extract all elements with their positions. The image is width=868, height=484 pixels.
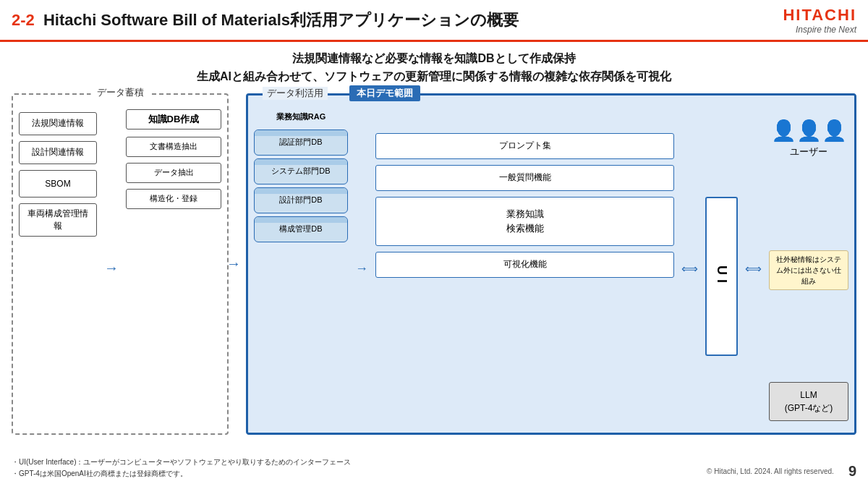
left-inner: 法規関連情報 設計関連情報 SBOM 車両構成管理情報 → 知識DB作成 文書構… <box>19 109 221 428</box>
user-label: ユーザー <box>790 145 827 158</box>
subtitle-line2: 生成AIと組み合わせて、ソフトウェアの更新管理に関係する情報の複雑な依存関係を可… <box>14 67 854 86</box>
arrow-to-ui: ⟺ <box>678 111 701 427</box>
title-text: Hitachi Software Bill of Materials利活用アプリ… <box>39 11 519 29</box>
input-item-0: 法規関連情報 <box>19 112 97 135</box>
step-0: 文書構造抽出 <box>126 137 221 157</box>
user-group: 👤 👤 👤 ユーザー <box>771 119 847 158</box>
func-1: 一般質問機能 <box>375 165 674 191</box>
header: 2-2 Hitachi Software Bill of Materials利活… <box>0 0 868 42</box>
footer-note-0: ・UI(User Interface)：ユーザーがコンピューターやソフトウェアと… <box>12 457 351 468</box>
knowledge-db-title: 知識DB作成 <box>126 109 221 130</box>
page-title: 2-2 Hitachi Software Bill of Materials利活… <box>12 9 783 31</box>
user-icon-2: 👤 <box>796 119 822 143</box>
footer-notes: ・UI(User Interface)：ユーザーがコンピューターやソフトウェアと… <box>12 457 351 480</box>
ui-box: UI <box>705 197 738 356</box>
data-utilization-box: データ利活用 本日デモ範囲 業務知識RAG 認証部門DB システム部門DB 設計… <box>246 93 856 435</box>
input-item-3: 車両構成管理情報 <box>19 203 97 237</box>
input-items-column: 法規関連情報 設計関連情報 SBOM 車両構成管理情報 <box>19 109 97 428</box>
knowledge-db-creation: 知識DB作成 文書構造抽出 データ抽出 構造化・登録 <box>126 109 221 428</box>
copyright: © Hitachi, Ltd. 2024. All rights reserve… <box>707 467 834 475</box>
page-number: 9 <box>848 463 856 480</box>
func-0: プロンプト集 <box>375 133 674 159</box>
user-icon-3: 👤 <box>822 119 847 143</box>
footer-note-1: ・GPT-4は米国OpenAI社の商標または登録商標です。 <box>12 468 351 480</box>
brand-name: HITACHI <box>783 6 856 25</box>
brand-tagline: Inspire the Next <box>783 25 856 35</box>
func-2: 業務知識検索機能 <box>375 197 674 246</box>
arrow-to-knowledge: → <box>103 109 120 428</box>
right-side: 👤 👤 👤 ユーザー 社外秘情報はシステム外には出さない仕組み LLM(GPT-… <box>769 111 848 427</box>
db-item-1: システム部門DB <box>254 158 348 184</box>
step-2: 構造化・登録 <box>126 189 221 209</box>
rag-label: 業務知識RAG <box>254 111 348 122</box>
data-accumulation-box: データ蓄積 法規関連情報 設計関連情報 SBOM 車両構成管理情報 → 知識DB… <box>12 93 229 435</box>
arrow-to-functions: → <box>352 111 371 427</box>
data-accumulation-label: データ蓄積 <box>91 86 150 99</box>
subtitle-line1: 法規関連情報など必要な情報を知識DBとして作成保持 <box>14 49 854 68</box>
db-item-0: 認証部門DB <box>254 130 348 156</box>
subtitle: 法規関連情報など必要な情報を知識DBとして作成保持 生成AIと組み合わせて、ソフ… <box>0 42 868 90</box>
footer: ・UI(User Interface)：ユーザーがコンピューターやソフトウェアと… <box>12 457 856 480</box>
data-utilization-label: データ利活用 <box>263 87 328 100</box>
demo-badge: 本日デモ範囲 <box>349 85 420 101</box>
main-arrow: → <box>229 93 239 435</box>
input-item-1: 設計関連情報 <box>19 141 97 164</box>
input-item-2: SBOM <box>19 170 97 198</box>
db-item-3: 構成管理DB <box>254 216 348 242</box>
arrow-to-users: ⟺ <box>742 111 765 427</box>
knowledge-steps: 文書構造抽出 データ抽出 構造化・登録 <box>126 137 221 209</box>
footer-right: © Hitachi, Ltd. 2024. All rights reserve… <box>707 463 856 480</box>
slide-number: 2-2 <box>12 11 35 29</box>
user-icons: 👤 👤 👤 <box>771 119 847 143</box>
db-item-2: 設計部門DB <box>254 187 348 213</box>
func-3: 可視化機能 <box>375 252 674 278</box>
db-column: 業務知識RAG 認証部門DB システム部門DB 設計部門DB 構成管理DB <box>254 111 348 427</box>
secret-note: 社外秘情報はシステム外には出さない仕組み <box>769 250 848 290</box>
main-diagram: データ蓄積 法規関連情報 設計関連情報 SBOM 車両構成管理情報 → 知識DB… <box>0 90 868 438</box>
functions-column: プロンプト集 一般質問機能 業務知識検索機能 可視化機能 <box>375 111 674 427</box>
user-icon-1: 👤 <box>771 119 796 143</box>
hitachi-logo: HITACHI Inspire the Next <box>783 6 856 35</box>
llm-box: LLM(GPT-4など) <box>769 382 848 421</box>
ui-column: UI <box>705 111 738 427</box>
step-1: データ抽出 <box>126 163 221 183</box>
